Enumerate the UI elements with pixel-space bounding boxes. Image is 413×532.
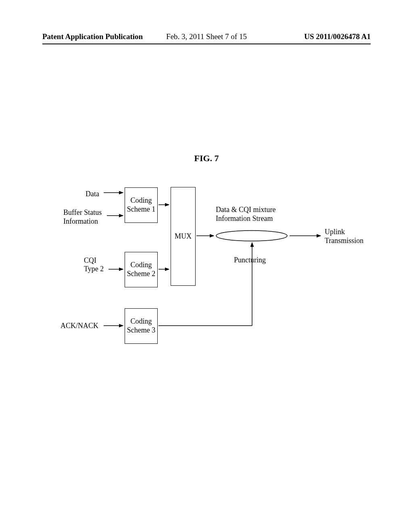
block-diagram: Data Buffer StatusInformation CQIType 2 … [54,181,367,375]
figure-title: FIG. 7 [194,153,219,164]
block-mux: MUX [171,187,196,286]
coding2-label: CodingScheme 2 [127,261,155,278]
coding3-label: CodingScheme 3 [127,317,155,335]
label-uplink-transmission: UplinkTransmission [325,228,363,245]
block-coding-scheme-3: CodingScheme 3 [125,308,158,344]
header-publication: Patent Application Publication [42,32,143,41]
input-label-buffer-status: Buffer StatusInformation [63,208,112,226]
input-label-ack-nack: ACK/NACK [60,322,98,330]
label-puncturing: Puncturing [234,256,266,264]
block-coding-scheme-1: CodingScheme 1 [125,187,158,223]
coding1-label: CodingScheme 1 [127,196,155,214]
svg-point-10 [216,231,287,241]
header-date-sheet: Feb. 3, 2011 Sheet 7 of 15 [166,32,247,41]
mux-label: MUX [175,232,192,241]
input-label-data: Data [86,190,99,198]
header-divider [42,44,371,44]
block-coding-scheme-2: CodingScheme 2 [125,252,158,287]
page-header: Patent Application Publication Feb. 3, 2… [0,32,413,41]
input-label-cqi-type2: CQIType 2 [84,256,108,273]
label-data-cqi-mixture: Data & CQI mixtureInformation Stream [216,206,275,223]
header-patent-number: US 2011/0026478 A1 [304,32,371,41]
